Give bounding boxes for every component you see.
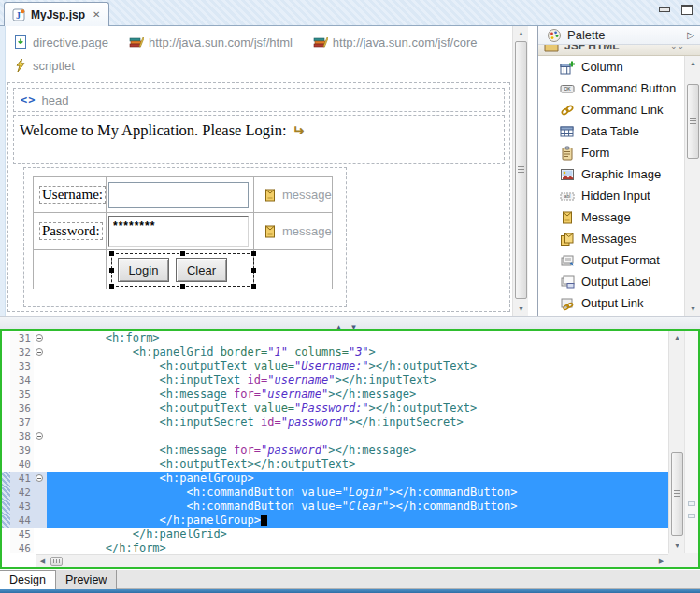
collapse-minus-icon[interactable] [36, 334, 43, 342]
code-line-34[interactable]: 34 <h:inputText id="username"></h:inputT… [2, 374, 668, 388]
taglib-item[interactable]: http://java.sun.com/jsf/html [129, 35, 293, 49]
scroll-up-icon[interactable]: ▲ [669, 331, 685, 345]
palette-item-hidden-input[interactable]: ablHidden Input [538, 185, 684, 206]
source-code-area[interactable]: 31 <h:form>32 <h:panelGrid border="1" co… [2, 332, 668, 553]
tab-close-icon[interactable]: ✕ [93, 9, 100, 20]
line-number[interactable]: 41 [10, 472, 34, 486]
palette-scrollbar-thumb[interactable] [687, 84, 699, 159]
palette-item-messages[interactable]: Messages [538, 228, 684, 249]
overview-ruler[interactable] [684, 331, 698, 553]
line-number[interactable]: 31 [10, 332, 34, 346]
code-line-43[interactable]: 43 <h:commandButton value="Clear"></h:co… [2, 500, 668, 514]
design-canvas[interactable]: directive.pagehttp://java.sun.com/jsf/ht… [0, 26, 512, 316]
selection-handle[interactable] [180, 284, 185, 289]
palette-item-output-label[interactable]: Output Label [538, 271, 684, 292]
code-line-31[interactable]: 31 <h:form> [2, 332, 668, 346]
palette-item-message[interactable]: Message [538, 206, 684, 228]
clear-button[interactable]: Clear [176, 258, 227, 282]
selection-handle[interactable] [109, 284, 114, 289]
line-number[interactable]: 42 [10, 486, 34, 500]
selection-handle[interactable] [180, 251, 185, 256]
scroll-up-icon[interactable]: ▲ [513, 26, 529, 40]
form-outline-box[interactable]: Username:messagePassword:messageLoginCle… [23, 167, 347, 307]
source-hscrollbar-thumb[interactable] [50, 557, 63, 566]
code-line-35[interactable]: 35 <h:message for="username"></h:message… [2, 388, 668, 402]
tab-preview[interactable]: Preview [56, 570, 117, 589]
line-number[interactable]: 45 [10, 528, 34, 542]
collapse-minus-icon[interactable] [36, 348, 43, 356]
maximize-icon[interactable] [681, 5, 693, 15]
palette-item-output-link[interactable]: Output Link [538, 292, 684, 314]
message-widget[interactable]: message [254, 188, 332, 203]
selection-handle[interactable] [251, 251, 256, 256]
line-number[interactable]: 38 [10, 430, 34, 444]
selection-handle[interactable] [251, 268, 256, 273]
scroll-down-icon[interactable]: ▼ [669, 539, 685, 553]
code-line-38[interactable]: 38 [2, 430, 668, 444]
code-line-46[interactable]: 46 </h:form> [2, 542, 668, 553]
selection-handle[interactable] [251, 284, 256, 289]
palette-header[interactable]: Palette ▷ [538, 26, 700, 45]
source-horizontal-scrollbar[interactable]: ◀ ▶ [36, 554, 668, 567]
code-line-33[interactable]: 33 <h:outputText value="Username:"></h:o… [2, 360, 668, 374]
line-number[interactable]: 40 [10, 458, 34, 472]
scroll-down-icon[interactable]: ▼ [685, 302, 700, 316]
palette-item-command-link[interactable]: Command Link [538, 99, 684, 120]
palette-item-column[interactable]: Column [538, 56, 684, 78]
palette-item-form[interactable]: Form [538, 142, 684, 163]
palette-item-command-button[interactable]: OKCommand Button [538, 78, 684, 99]
palette-item-graphic-image[interactable]: Graphic Image [538, 163, 684, 185]
code-line-39[interactable]: 39 <h:message for="password"></h:message… [2, 444, 668, 458]
code-line-37[interactable]: 37 <h:inputSecret id="password"></h:inpu… [2, 416, 668, 430]
scroll-left-icon[interactable]: ◀ [36, 555, 50, 568]
line-number[interactable]: 46 [10, 542, 34, 553]
message-widget[interactable]: message [254, 224, 332, 239]
line-number[interactable]: 43 [10, 500, 34, 514]
line-number[interactable]: 32 [10, 346, 34, 360]
panel-group-selection[interactable]: LoginClear [111, 253, 254, 287]
code-line-44[interactable]: 44 </h:panelGroup> [2, 514, 668, 528]
taglib-item[interactable]: scriptlet [13, 58, 75, 73]
split-sash[interactable]: ▲▼ [0, 316, 700, 329]
code-line-45[interactable]: 45 </h:panelGrid> [2, 528, 668, 542]
line-number[interactable]: 35 [10, 388, 34, 402]
line-number[interactable]: 34 [10, 374, 34, 388]
login-button[interactable]: Login [118, 258, 169, 282]
line-number[interactable]: 33 [10, 360, 34, 374]
username-label[interactable]: Username: [39, 186, 106, 204]
scroll-right-icon[interactable]: ▶ [654, 555, 668, 568]
collapse-minus-icon[interactable] [36, 474, 43, 482]
code-line-42[interactable]: 42 <h:commandButton value="Login"></h:co… [2, 486, 668, 500]
code-line-32[interactable]: 32 <h:panelGrid border="1" columns="3"> [2, 346, 668, 360]
selection-handle[interactable] [109, 268, 114, 273]
editor-tab-myjsp[interactable]: J MyJsp.jsp ✕ [4, 2, 109, 26]
tab-design[interactable]: Design [0, 570, 56, 589]
palette-expand-icon[interactable]: ▷ [687, 30, 694, 40]
palette-item-data-table[interactable]: Data Table [538, 120, 684, 142]
code-line-40[interactable]: 40 <h:outputText></h:outputText> [2, 458, 668, 472]
username-input[interactable] [108, 182, 249, 208]
source-vertical-scrollbar[interactable]: ▲ ▼ [668, 331, 684, 553]
line-number[interactable]: 44 [10, 514, 34, 528]
annotation-mark[interactable] [688, 514, 695, 518]
source-scrollbar-thumb[interactable] [671, 452, 683, 536]
code-line-36[interactable]: 36 <h:outputText value="Password:"></h:o… [2, 402, 668, 416]
palette-item-output-format[interactable]: Output Format [538, 249, 684, 271]
palette-vertical-scrollbar[interactable]: ▲ ▼ [684, 56, 700, 316]
welcome-output-box[interactable]: Welcome to My Application. Please Login:… [13, 115, 505, 164]
password-label[interactable]: Password: [39, 222, 103, 240]
selection-handle[interactable] [109, 251, 114, 256]
line-number[interactable]: 39 [10, 444, 34, 458]
taglib-item[interactable]: http://java.sun.com/jsf/core [313, 35, 478, 49]
line-number[interactable]: 36 [10, 402, 34, 416]
taglib-item[interactable]: directive.page [13, 35, 108, 49]
body-outline-box[interactable]: <> head Welcome to My Application. Pleas… [7, 82, 510, 312]
head-element-box[interactable]: <> head [13, 88, 505, 112]
scroll-down-icon[interactable]: ▼ [513, 302, 529, 316]
palette-group-jsf-html[interactable]: JSF HTML ⌄⌄ [538, 45, 700, 56]
design-scrollbar-thumb[interactable] [515, 41, 527, 299]
annotation-mark[interactable] [688, 501, 695, 506]
code-line-41[interactable]: 41 <h:panelGroup> [2, 472, 668, 486]
collapse-minus-icon[interactable] [36, 432, 43, 440]
password-input[interactable] [108, 216, 249, 247]
